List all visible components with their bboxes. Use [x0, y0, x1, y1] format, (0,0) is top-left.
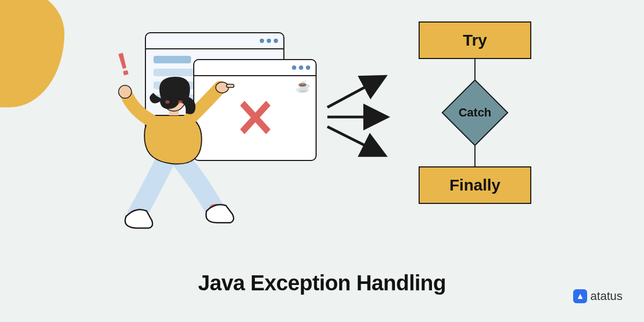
window-dot-icon [267, 39, 271, 43]
window-dot-icon [292, 65, 296, 70]
window-dot-icon [274, 39, 278, 43]
flow-label: Try [463, 31, 487, 49]
person-illustration [107, 72, 247, 233]
svg-point-7 [169, 97, 171, 99]
flow-box-finally: Finally [419, 166, 531, 204]
svg-point-2 [119, 85, 131, 98]
window-dot-icon [306, 65, 310, 70]
flow-box-try: Try [419, 21, 531, 59]
flow-diamond-catch: Catch [443, 80, 507, 145]
svg-point-9 [165, 100, 170, 104]
flow-connector [474, 145, 475, 166]
svg-line-11 [327, 76, 385, 107]
svg-point-10 [178, 100, 182, 104]
svg-rect-4 [226, 84, 234, 87]
flow-arrows [322, 70, 397, 161]
window-dot-icon [260, 39, 264, 43]
brand-badge: ▲ atatus [573, 289, 623, 303]
hero-illustration: ! ☕ ✕ [97, 27, 317, 225]
window-titlebar [146, 33, 283, 49]
svg-point-8 [177, 97, 179, 99]
brand-logo-icon: ▲ [573, 289, 587, 303]
decorative-blob [0, 0, 64, 107]
svg-line-13 [327, 127, 385, 156]
flow-label: Catch [458, 106, 491, 120]
flow-label: Finally [449, 176, 500, 194]
java-cup-icon: ☕ [296, 79, 310, 93]
page-title: Java Exception Handling [0, 271, 644, 295]
window-dot-icon [299, 65, 303, 70]
flowchart: Try Catch Finally [413, 21, 537, 225]
brand-name: atatus [590, 289, 623, 303]
flow-connector [474, 59, 475, 80]
placeholder-line [153, 56, 191, 63]
